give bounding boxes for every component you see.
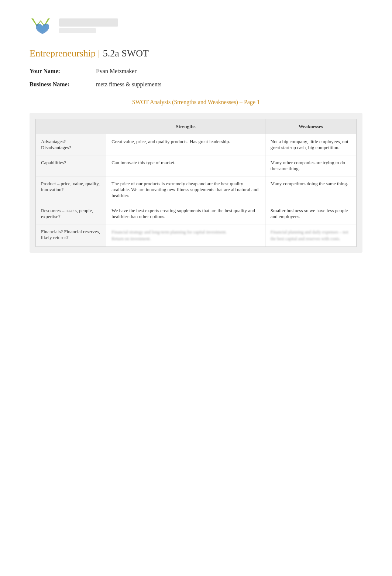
weakness-financials-blurred: Financial planning and daily expenses – … <box>271 229 351 242</box>
your-name-value: Evan Metzmaker <box>96 68 137 75</box>
table-header-row: Strengths Weaknesses <box>36 119 357 134</box>
table-row: Advantages?Disadvantages? Great value, p… <box>36 134 357 155</box>
category-resources: Resources – assets, people, expertise? <box>36 203 106 224</box>
weakness-advantages: Not a big company, little employees, not… <box>265 134 356 155</box>
strength-advantages: Great value, price, and quality products… <box>106 134 265 155</box>
business-name-label: Business Name: <box>30 81 89 88</box>
business-name-row: Business Name: metz fitness & supplement… <box>30 81 362 88</box>
strength-resources: We have the best experts creating supple… <box>106 203 265 224</box>
strength-financials: Financial strategy and long-term plannin… <box>106 224 265 247</box>
weakness-capabilities: Many other companies are trying to do th… <box>265 155 356 176</box>
swot-table-wrapper: Strengths Weaknesses Advantages?Disadvan… <box>30 113 362 253</box>
col-header-weaknesses: Weaknesses <box>265 119 356 134</box>
strength-capabilities: Can innovate this type of market. <box>106 155 265 176</box>
logo-brand-name <box>59 18 118 27</box>
logo-area <box>30 15 362 37</box>
col-header-strengths: Strengths <box>106 119 265 134</box>
company-logo-icon <box>30 15 55 37</box>
weakness-financials: Financial planning and daily expenses – … <box>265 224 356 247</box>
category-advantages: Advantages?Disadvantages? <box>36 134 106 155</box>
swot-table: Strengths Weaknesses Advantages?Disadvan… <box>35 119 357 247</box>
your-name-label: Your Name: <box>30 68 89 75</box>
table-row: Resources – assets, people, expertise? W… <box>36 203 357 224</box>
logo-text <box>59 18 118 33</box>
strength-financials-blurred: Financial strategy and long-term plannin… <box>111 229 260 242</box>
table-row: Capabilities? Can innovate this type of … <box>36 155 357 176</box>
logo-tagline <box>59 28 96 33</box>
category-financials: Financials? Financial reserves, likely r… <box>36 224 106 247</box>
table-row: Product – price, value, quality, innovat… <box>36 176 357 203</box>
business-name-value: metz fitness & supplements <box>96 81 161 88</box>
col-header-empty <box>36 119 106 134</box>
your-name-row: Your Name: Evan Metzmaker <box>30 68 362 75</box>
category-product: Product – price, value, quality, innovat… <box>36 176 106 203</box>
table-row: Financials? Financial reserves, likely r… <box>36 224 357 247</box>
page-title: Entrepreneurship | 5.2a SWOT <box>30 48 362 59</box>
title-entrepreneurship: Entrepreneurship | <box>30 48 100 59</box>
title-swot: 5.2a SWOT <box>103 48 149 59</box>
category-capabilities: Capabilities? <box>36 155 106 176</box>
weakness-product: Many competitors doing the same thing. <box>265 176 356 203</box>
section-title: SWOT Analysis (Strengths and Weaknesses)… <box>30 99 362 106</box>
weakness-resources: Smaller business so we have less people … <box>265 203 356 224</box>
strength-product: The price of our products is extremely c… <box>106 176 265 203</box>
